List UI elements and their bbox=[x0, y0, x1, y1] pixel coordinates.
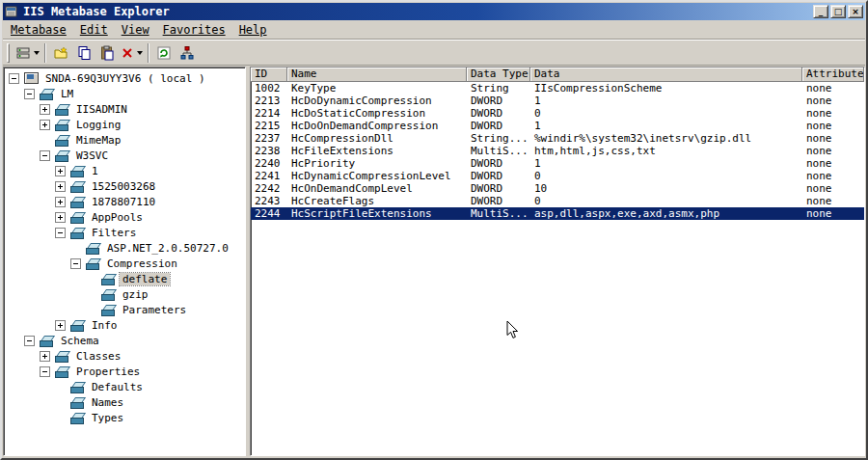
tree-item-defaults[interactable]: Defaults bbox=[4, 379, 245, 394]
column-header-data-type[interactable]: Data Type bbox=[467, 68, 530, 82]
copy-button[interactable] bbox=[72, 42, 95, 64]
expand-expander-icon[interactable] bbox=[55, 212, 66, 223]
expand-expander-icon[interactable] bbox=[40, 104, 50, 115]
table-row[interactable]: 2243 HcCreateFlags DWORD 0 none bbox=[251, 195, 864, 207]
node-icon bbox=[39, 88, 54, 100]
table-row[interactable]: 2213 HcDoDynamicCompression DWORD 1 none bbox=[251, 95, 864, 107]
collapse-expander-icon[interactable] bbox=[40, 366, 50, 377]
window-controls: _ □ × bbox=[813, 5, 863, 18]
table-row[interactable]: 2241 HcDynamicCompressionLevel DWORD 0 n… bbox=[251, 170, 864, 182]
node-icon bbox=[85, 242, 100, 255]
menu-edit[interactable]: Edit bbox=[73, 21, 115, 39]
expand-expander-icon[interactable] bbox=[40, 351, 50, 362]
menu-metabase[interactable]: Metabase bbox=[4, 21, 73, 39]
tree-item-w3svc[interactable]: W3SVC bbox=[4, 148, 245, 163]
menu-favorites[interactable]: Favorites bbox=[156, 21, 232, 39]
toolbar-grip[interactable] bbox=[7, 43, 10, 63]
new-key-button[interactable] bbox=[49, 42, 72, 64]
column-header-name[interactable]: Name bbox=[287, 68, 467, 82]
table-row[interactable]: 2238 HcFileExtensions MultiS... htm,html… bbox=[251, 145, 864, 157]
collapse-expander-icon[interactable] bbox=[40, 150, 50, 161]
dropdown-arrow-icon bbox=[34, 51, 40, 55]
collapse-expander-icon[interactable] bbox=[9, 73, 19, 84]
tree-item-apppools[interactable]: AppPools bbox=[4, 209, 245, 225]
tree-item-label: Properties bbox=[73, 365, 143, 378]
tree-item-properties[interactable]: Properties bbox=[4, 364, 245, 379]
column-header-attributes[interactable]: Attributes bbox=[802, 68, 864, 82]
cell-id: 2215 bbox=[251, 120, 287, 132]
tree-item-lm[interactable]: LM bbox=[4, 86, 245, 101]
close-button[interactable]: × bbox=[848, 5, 863, 18]
tree-item-label: MimeMap bbox=[73, 134, 123, 147]
expand-expander-icon[interactable] bbox=[55, 197, 66, 207]
table-row-selected[interactable]: 2244 HcScriptFileExtensions MultiS... as… bbox=[251, 207, 864, 220]
tree-item-1878807110[interactable]: 1878807110 bbox=[4, 194, 245, 209]
refresh-button[interactable] bbox=[152, 42, 176, 64]
collapse-expander-icon[interactable] bbox=[24, 336, 35, 346]
table-row[interactable]: 2237 HcCompressionDll String... %windir%… bbox=[251, 132, 864, 145]
expand-expander-icon[interactable] bbox=[55, 181, 66, 192]
topology-button[interactable] bbox=[176, 42, 199, 64]
refresh-icon bbox=[156, 45, 172, 61]
column-header-id[interactable]: ID bbox=[251, 68, 287, 82]
maximize-button[interactable]: □ bbox=[830, 5, 846, 18]
table-row[interactable]: 2214 HcDoStaticCompression DWORD 0 none bbox=[251, 107, 864, 120]
tree-item-classes[interactable]: Classes bbox=[4, 348, 245, 364]
cell-data-type: DWORD bbox=[467, 95, 530, 107]
tree-item-1525003268[interactable]: 1525003268 bbox=[4, 178, 245, 194]
tree-item-label: Parameters bbox=[120, 304, 189, 316]
cell-name: HcOnDemandCompLevel bbox=[287, 182, 467, 195]
expand-expander-icon[interactable] bbox=[55, 166, 66, 176]
delete-button[interactable] bbox=[119, 42, 145, 64]
minimize-button[interactable]: _ bbox=[813, 5, 828, 18]
cell-id: 2242 bbox=[251, 182, 287, 195]
tree-item-label: 1525003268 bbox=[89, 180, 158, 193]
tree-item-info[interactable]: Info bbox=[4, 317, 245, 333]
node-icon bbox=[69, 396, 85, 409]
tree-item-deflate[interactable]: deflate bbox=[4, 271, 245, 286]
tree-item-types[interactable]: Types bbox=[4, 410, 245, 425]
tree-item-schema[interactable]: Schema bbox=[4, 333, 245, 348]
menu-help[interactable]: Help bbox=[232, 21, 274, 39]
tree-item-root[interactable]: SNDA-69Q3UYY3V6 ( local ) bbox=[4, 70, 245, 86]
expand-expander-icon[interactable] bbox=[40, 120, 50, 130]
node-icon bbox=[100, 273, 116, 285]
menu-view[interactable]: View bbox=[115, 21, 156, 39]
table-row[interactable]: 2215 HcDoOnDemandCompression DWORD 1 non… bbox=[251, 120, 864, 132]
cell-data-type: String... bbox=[467, 132, 530, 145]
collapse-expander-icon[interactable] bbox=[70, 258, 81, 269]
tree-item-label: Defaults bbox=[89, 381, 146, 393]
node-icon bbox=[54, 134, 69, 147]
toolbar-separator bbox=[148, 43, 149, 63]
table-row[interactable]: 2242 HcOnDemandCompLevel DWORD 10 none bbox=[251, 182, 864, 195]
cell-data-type: MultiS... bbox=[467, 145, 530, 157]
cell-data-type: DWORD bbox=[467, 170, 530, 182]
tree-item-iisadmin[interactable]: IISADMIN bbox=[4, 101, 245, 117]
tree-item-aspnet[interactable]: ASP.NET_2.0.50727.0 bbox=[4, 240, 245, 256]
cell-name: HcCreateFlags bbox=[287, 195, 467, 207]
tree-item-mimemap[interactable]: MimeMap bbox=[4, 132, 245, 148]
tree-item-names[interactable]: Names bbox=[4, 394, 245, 410]
tree-item-label: deflate bbox=[120, 273, 170, 285]
tree-item-compression[interactable]: Compression bbox=[4, 256, 245, 271]
table-row[interactable]: 2240 HcPriority DWORD 1 none bbox=[251, 157, 864, 170]
window-title: IIS Metabase Explorer bbox=[23, 5, 811, 18]
collapse-expander-icon[interactable] bbox=[55, 228, 66, 238]
tree-item-label: Schema bbox=[58, 335, 102, 347]
column-header-data[interactable]: Data bbox=[530, 68, 802, 82]
cell-data: %windir%\system32\inetsrv\gzip.dll bbox=[530, 132, 802, 145]
title-bar[interactable]: IIS Metabase Explorer _ □ × bbox=[3, 3, 865, 20]
tree-item-1[interactable]: 1 bbox=[4, 163, 245, 178]
collapse-expander-icon[interactable] bbox=[24, 89, 35, 99]
tree-item-filters[interactable]: Filters bbox=[4, 225, 245, 240]
connect-button[interactable] bbox=[14, 42, 41, 64]
tree-item-gzip[interactable]: gzip bbox=[4, 286, 245, 302]
table-row[interactable]: 1002 KeyType String IIsCompressionScheme… bbox=[251, 82, 864, 95]
expand-expander-icon[interactable] bbox=[55, 320, 66, 331]
cell-id: 2240 bbox=[251, 157, 287, 170]
tree-item-parameters[interactable]: Parameters bbox=[4, 302, 245, 317]
cell-data: 10 bbox=[530, 182, 802, 195]
cell-id: 2214 bbox=[251, 107, 287, 120]
tree-item-logging[interactable]: Logging bbox=[4, 117, 245, 132]
paste-button[interactable] bbox=[95, 42, 119, 64]
